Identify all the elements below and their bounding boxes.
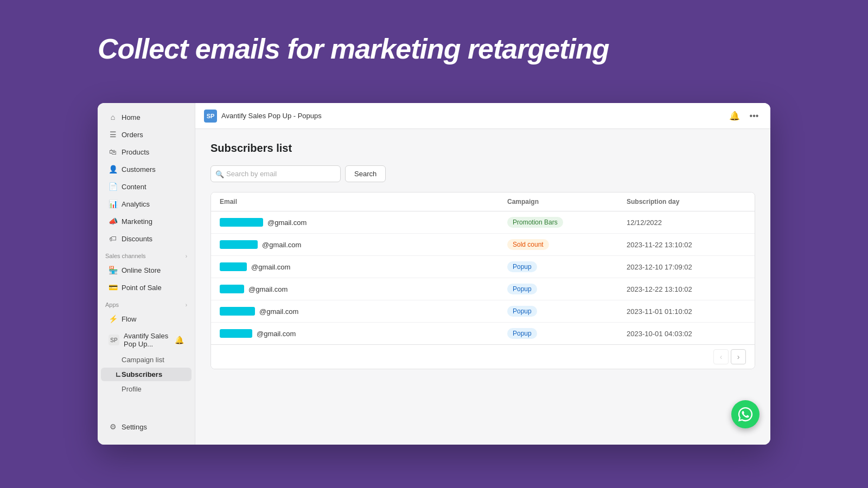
campaign-badge: Popup <box>507 306 537 317</box>
campaign-badge: Promotion Bars <box>507 217 563 228</box>
campaign-badge: Sold count <box>507 239 549 250</box>
email-text: @gmail.com <box>257 330 296 338</box>
sidebar-label-marketing: Marketing <box>122 217 152 226</box>
search-button[interactable]: Search <box>345 165 386 182</box>
sidebar-label-discounts: Discounts <box>122 235 152 243</box>
campaign-badge: Popup <box>507 328 537 339</box>
col-campaign: Campaign <box>507 198 627 206</box>
analytics-icon: 📊 <box>108 200 117 208</box>
point-of-sale-icon: 💳 <box>108 283 117 292</box>
sidebar: ⌂ Home ☰ Orders 🛍 Products 👤 Customers 📄… <box>98 103 195 445</box>
sidebar-item-home[interactable]: ⌂ Home <box>101 109 192 125</box>
campaign-badge: Popup <box>507 284 537 294</box>
avantify-app-header[interactable]: SP Avantify Sales Pop Up... 🔔 <box>101 328 192 352</box>
home-icon: ⌂ <box>108 113 117 121</box>
customers-icon: 👤 <box>108 165 117 174</box>
top-bar: SP Avantify Sales Pop Up - Popups 🔔 ••• <box>195 103 770 129</box>
email-blur <box>220 329 252 338</box>
table-row[interactable]: @gmail.com Popup 2023-12-22 13:10:02 <box>211 278 755 300</box>
email-text: @gmail.com <box>262 241 301 249</box>
prev-page-button[interactable]: ‹ <box>713 349 729 364</box>
more-options-icon[interactable]: ••• <box>746 108 762 124</box>
search-email-input[interactable] <box>210 165 341 182</box>
sidebar-item-settings[interactable]: ⚙ Settings <box>101 419 192 435</box>
sidebar-label-home: Home <box>122 113 141 121</box>
app-logo: SP <box>204 110 217 123</box>
orders-icon: ☰ <box>108 130 117 139</box>
avantify-bell-icon: 🔔 <box>175 336 184 344</box>
whatsapp-button[interactable] <box>731 400 760 428</box>
headline: Collect emails for marketing retargeting <box>98 33 770 65</box>
date-cell: 2023-12-10 17:09:02 <box>627 263 746 271</box>
email-cell: @gmail.com <box>220 307 507 316</box>
campaign-cell: Sold count <box>507 239 627 250</box>
date-cell: 2023-12-22 13:10:02 <box>627 285 746 293</box>
sidebar-item-point-of-sale[interactable]: 💳 Point of Sale <box>101 279 192 296</box>
settings-icon: ⚙ <box>108 422 117 431</box>
email-blur <box>220 262 247 271</box>
email-cell: @gmail.com <box>220 285 507 293</box>
content-area: Subscribers list 🔍 Search Email Campaign… <box>195 129 770 445</box>
sidebar-label-customers: Customers <box>122 165 156 174</box>
table-row[interactable]: @gmail.com Popup 2023-10-01 04:03:02 <box>211 323 755 344</box>
email-blur <box>220 307 255 316</box>
date-cell: 12/12/2022 <box>627 219 746 227</box>
campaign-cell: Popup <box>507 284 627 294</box>
content-icon: 📄 <box>108 182 117 191</box>
date-cell: 2023-10-01 04:03:02 <box>627 330 746 338</box>
sidebar-label-flow: Flow <box>122 315 136 323</box>
campaign-cell: Popup <box>507 306 627 317</box>
email-blur <box>220 218 263 227</box>
sidebar-sub-subscribers[interactable]: Subscribers <box>101 368 192 381</box>
date-cell: 2023-11-22 13:10:02 <box>627 241 746 249</box>
sidebar-item-marketing[interactable]: 📣 Marketing <box>101 213 192 229</box>
subscribers-table: Email Campaign Subscription day @gmail.c… <box>210 192 755 369</box>
sidebar-item-flow[interactable]: ⚡ Flow <box>101 311 192 327</box>
campaign-cell: Popup <box>507 261 627 272</box>
sidebar-label-settings: Settings <box>122 423 147 431</box>
sidebar-item-orders[interactable]: ☰ Orders <box>101 126 192 143</box>
table-header: Email Campaign Subscription day <box>211 192 755 211</box>
email-blur <box>220 285 244 293</box>
online-store-icon: 🏪 <box>108 266 117 274</box>
date-cell: 2023-11-01 01:10:02 <box>627 307 746 316</box>
products-icon: 🛍 <box>108 147 117 156</box>
avantify-app-icon: SP <box>108 335 119 345</box>
email-text: @gmail.com <box>248 285 288 293</box>
sales-channels-label: Sales channels › <box>98 247 195 261</box>
table-row[interactable]: @gmail.com Popup 2023-12-10 17:09:02 <box>211 256 755 278</box>
sidebar-sub-campaign-list[interactable]: Campaign list <box>101 353 192 367</box>
col-subscription-day: Subscription day <box>627 198 746 206</box>
sidebar-item-products[interactable]: 🛍 Products <box>101 144 192 160</box>
marketing-icon: 📣 <box>108 217 117 226</box>
search-input-wrapper: 🔍 <box>210 165 341 182</box>
sidebar-item-analytics[interactable]: 📊 Analytics <box>101 196 192 212</box>
table-row[interactable]: @gmail.com Popup 2023-11-01 01:10:02 <box>211 300 755 323</box>
next-page-button[interactable]: › <box>731 349 746 364</box>
notifications-icon[interactable]: 🔔 <box>727 108 742 124</box>
sidebar-sub-profile[interactable]: Profile <box>101 382 192 396</box>
main-content: SP Avantify Sales Pop Up - Popups 🔔 ••• … <box>195 103 770 445</box>
sidebar-label-point-of-sale: Point of Sale <box>122 284 162 292</box>
table-row[interactable]: @gmail.com Sold count 2023-11-22 13:10:0… <box>211 234 755 256</box>
sidebar-item-content[interactable]: 📄 Content <box>101 178 192 195</box>
campaign-cell: Promotion Bars <box>507 217 627 228</box>
email-cell: @gmail.com <box>220 329 507 338</box>
search-icon: 🔍 <box>215 170 224 178</box>
page-title: Subscribers list <box>210 142 755 155</box>
sidebar-item-discounts[interactable]: 🏷 Discounts <box>101 230 192 247</box>
apps-label: Apps › <box>98 296 195 310</box>
sidebar-item-online-store[interactable]: 🏪 Online Store <box>101 262 192 278</box>
campaign-badge: Popup <box>507 261 537 272</box>
sidebar-item-customers[interactable]: 👤 Customers <box>101 161 192 177</box>
sidebar-label-online-store: Online Store <box>122 266 161 274</box>
email-text: @gmail.com <box>267 219 307 227</box>
sidebar-label-analytics: Analytics <box>122 200 150 208</box>
email-cell: @gmail.com <box>220 240 507 249</box>
email-cell: @gmail.com <box>220 218 507 227</box>
email-text: @gmail.com <box>251 263 290 271</box>
col-email: Email <box>220 198 507 206</box>
sales-channels-chevron: › <box>186 253 187 259</box>
table-row[interactable]: @gmail.com Promotion Bars 12/12/2022 <box>211 211 755 234</box>
email-text: @gmail.com <box>259 307 298 316</box>
